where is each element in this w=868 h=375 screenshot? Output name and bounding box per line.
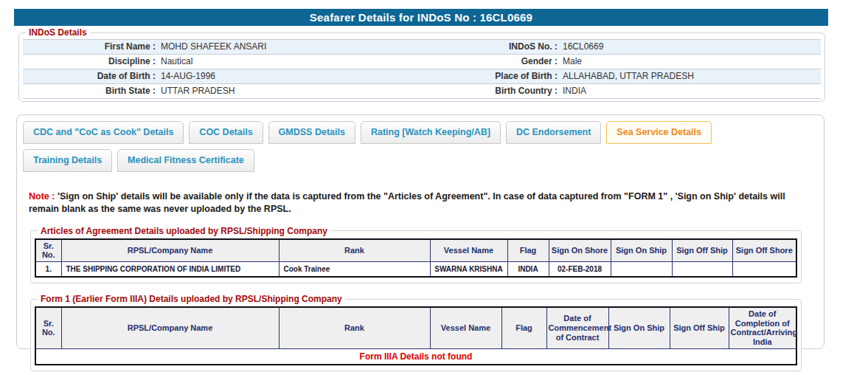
birth-country-label: Birth Country :: [432, 84, 558, 98]
agreement-table-header-row: Sr. No. RPSL/Company Name Rank Vessel Na…: [35, 239, 796, 262]
detail-row-discipline-gender: Discipline : Nautical Gender : Male: [23, 55, 821, 69]
indos-no-value: 16CL0669: [558, 40, 821, 54]
detail-row-name-indos: First Name : MOHD SHAFEEK ANSARI INDoS N…: [23, 40, 821, 55]
cell-sr-no: 1.: [35, 262, 61, 278]
indos-details-legend: INDoS Details: [26, 27, 90, 38]
tab-medical-fitness-certificate[interactable]: Medical Fitness Certificate: [117, 149, 254, 172]
agreement-details-table: Sr. No. RPSL/Company Name Rank Vessel Na…: [35, 238, 797, 278]
tab-cdc-coc-cook-details[interactable]: CDC and "CoC as Cook" Details: [23, 121, 184, 144]
tab-rating-watch-keeping[interactable]: Rating [Watch Keeping/AB]: [361, 121, 501, 144]
gender-label: Gender :: [432, 55, 558, 69]
col-sign-off-shore: Sign Off Shore: [732, 239, 796, 262]
col-sr-no: Sr. No.: [35, 307, 61, 348]
form1-table-header-row: Sr. No. RPSL/Company Name Rank Vessel Na…: [35, 307, 796, 348]
place-of-birth-label: Place of Birth :: [432, 69, 558, 83]
tab-sea-service-details[interactable]: Sea Service Details: [606, 121, 712, 144]
col-sign-off-ship: Sign Off Ship: [672, 239, 732, 262]
birth-state-label: Birth State :: [23, 84, 156, 98]
birth-country-value: INDIA: [558, 84, 821, 98]
col-rpsl-company-name: RPSL/Company Name: [61, 307, 279, 348]
cell-rank: Cook Trainee: [279, 262, 430, 278]
cell-sign-off-ship: [672, 262, 732, 278]
gender-value: Male: [558, 55, 821, 69]
first-name-label: First Name :: [23, 40, 156, 54]
form1-details-table: Sr. No. RPSL/Company Name Rank Vessel Na…: [35, 306, 797, 365]
discipline-label: Discipline :: [23, 55, 156, 69]
col-sign-on-shore: Sign On Shore: [549, 239, 611, 262]
col-sr-no: Sr. No.: [35, 239, 61, 262]
first-name-value: MOHD SHAFEEK ANSARI: [156, 40, 432, 54]
col-sign-on-ship: Sign On Ship: [608, 307, 670, 348]
birth-state-value: UTTAR PRADESH: [156, 84, 432, 98]
detail-row-dob-pob: Date of Birth : 14-AUG-1996 Place of Bir…: [23, 69, 821, 84]
note-label: Note :: [29, 191, 55, 202]
tab-strip: CDC and "CoC as Cook" Details COC Detail…: [23, 121, 805, 172]
page-title: Seafarer Details for INDoS No : 16CL0669: [14, 9, 828, 26]
date-of-birth-value: 14-AUG-1996: [156, 69, 432, 83]
col-rank: Rank: [279, 307, 430, 348]
form1-empty-row: Form IIIA Details not found: [35, 348, 796, 365]
col-date-completion-contract: Date of Completion of Contract/Arriving …: [729, 307, 796, 348]
col-vessel-name: Vessel Name: [430, 239, 507, 262]
agreement-details-legend: Articles of Agreement Details uploaded b…: [38, 226, 330, 236]
col-flag: Flag: [501, 307, 546, 348]
col-sign-off-ship: Sign Off Ship: [670, 307, 729, 348]
place-of-birth-value: ALLAHABAD, UTTAR PRADESH: [558, 69, 821, 83]
agreement-details-fieldset: Articles of Agreement Details uploaded b…: [30, 226, 802, 283]
cell-sign-off-shore: [732, 262, 796, 278]
form1-empty-message: Form IIIA Details not found: [35, 348, 796, 365]
cell-sign-on-ship: [611, 262, 672, 278]
col-rpsl-company-name: RPSL/Company Name: [61, 239, 279, 262]
tab-content-container: CDC and "CoC as Cook" Details COC Detail…: [16, 114, 824, 349]
agreement-table-row: 1. THE SHIPPING CORPORATION OF INDIA LIM…: [35, 262, 796, 278]
note-text: 'Sign on Ship' details will be available…: [29, 191, 785, 214]
cell-company-name: THE SHIPPING CORPORATION OF INDIA LIMITE…: [61, 262, 279, 278]
tab-training-details[interactable]: Training Details: [23, 149, 112, 172]
cell-sign-on-shore: 02-FEB-2018: [549, 262, 611, 278]
cell-flag: INDIA: [507, 262, 549, 278]
tab-dc-endorsement[interactable]: DC Endorsement: [506, 121, 601, 144]
col-rank: Rank: [279, 239, 430, 262]
col-flag: Flag: [507, 239, 549, 262]
tab-gmdss-details[interactable]: GMDSS Details: [268, 121, 355, 144]
date-of-birth-label: Date of Birth :: [23, 69, 156, 83]
col-sign-on-ship: Sign On Ship: [611, 239, 672, 262]
tab-coc-details[interactable]: COC Details: [189, 121, 263, 144]
indos-details-fieldset: INDoS Details First Name : MOHD SHAFEEK …: [18, 27, 825, 102]
indos-details-rows: First Name : MOHD SHAFEEK ANSARI INDoS N…: [23, 39, 821, 99]
cell-vessel-name: SWARNA KRISHNA: [430, 262, 507, 278]
form1-details-fieldset: Form 1 (Earlier Form IIIA) Details uploa…: [30, 294, 802, 371]
discipline-value: Nautical: [156, 55, 432, 69]
col-vessel-name: Vessel Name: [430, 307, 501, 348]
detail-row-state-country: Birth State : UTTAR PRADESH Birth Countr…: [23, 84, 821, 99]
indos-no-label: INDoS No. :: [432, 40, 558, 54]
form1-details-legend: Form 1 (Earlier Form IIIA) Details uploa…: [38, 294, 345, 304]
col-date-commencement-contract: Date of Commencement of Contract: [546, 307, 608, 348]
sign-on-ship-note: Note : 'Sign on Ship' details will be av…: [29, 190, 810, 216]
